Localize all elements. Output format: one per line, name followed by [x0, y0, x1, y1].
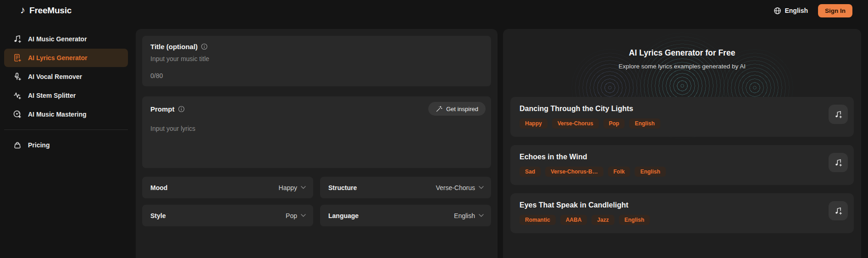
prompt-field-card: Prompt Get inspired — [142, 96, 491, 168]
sidebar-item-label: AI Music Generator — [28, 35, 87, 43]
style-select[interactable]: Style Pop — [142, 205, 313, 226]
chevron-down-icon — [301, 214, 306, 217]
lyrics-plus-icon — [13, 53, 22, 62]
sign-in-button[interactable]: Sign In — [818, 4, 852, 17]
sidebar-divider — [4, 129, 128, 130]
sidebar-item-ai-music-generator[interactable]: AI Music Generator — [4, 30, 128, 48]
lyrics-prompt-input[interactable] — [150, 125, 486, 162]
get-inspired-button[interactable]: Get inspired — [428, 102, 486, 116]
make-song-button[interactable] — [829, 201, 848, 220]
sidebar-item-label: Pricing — [28, 141, 50, 149]
sidebar-item-ai-music-mastering[interactable]: AI Music Mastering — [4, 105, 128, 123]
sidebar: AI Music Generator AI Lyrics Generator A… — [0, 21, 132, 258]
style-select-label: Style — [150, 212, 166, 219]
structure-tag: AABA — [560, 215, 587, 225]
structure-tag: Verse-Chorus-B… — [545, 167, 603, 177]
example-card[interactable]: Echoes in the Wind Sad Verse-Chorus-B… F… — [510, 145, 854, 185]
style-tag: Pop — [603, 118, 625, 129]
make-song-button[interactable] — [829, 105, 848, 124]
magic-wand-icon — [436, 106, 442, 112]
sidebar-item-ai-stem-splitter[interactable]: AI Stem Splitter — [4, 86, 128, 105]
sidebar-item-label: AI Stem Splitter — [28, 92, 76, 99]
language-selector[interactable]: English — [774, 7, 808, 15]
music-note-plus-icon — [834, 110, 843, 119]
title-char-counter: 0/80 — [150, 72, 483, 79]
language-select-label: Language — [328, 212, 359, 219]
example-card[interactable]: Dancing Through the City Lights Happy Ve… — [510, 97, 854, 137]
language-tag: English — [619, 215, 650, 225]
examples-title: AI Lyrics Generator for Free — [510, 48, 854, 58]
globe-icon — [774, 7, 781, 15]
mood-tag: Happy — [520, 118, 547, 129]
language-select-value: English — [454, 212, 475, 219]
language-tag: English — [635, 167, 665, 177]
style-tag: Jazz — [592, 215, 614, 225]
mood-select-label: Mood — [150, 184, 167, 191]
get-inspired-label: Get inspired — [446, 106, 478, 112]
examples-subtitle: Explore some lyrics examples generated b… — [510, 63, 854, 70]
style-tag: Folk — [608, 167, 630, 177]
music-note-icon: ♪ — [20, 5, 25, 15]
brand-logo[interactable]: ♪ FreeMusic — [20, 6, 72, 16]
example-song-title: Dancing Through the City Lights — [520, 105, 822, 113]
microphone-plus-icon — [13, 72, 22, 81]
music-note-plus-icon — [834, 207, 843, 215]
title-field-card: Title (optional) 0/80 — [142, 36, 491, 86]
wallet-icon — [13, 140, 22, 150]
disc-plus-icon — [13, 110, 22, 119]
example-song-title: Eyes That Speak in Candlelight — [520, 201, 822, 209]
mood-tag: Romantic — [520, 215, 556, 225]
chevron-down-icon — [301, 186, 306, 189]
chevron-down-icon — [479, 214, 484, 217]
structure-select-label: Structure — [328, 184, 357, 191]
lyrics-examples-panel: AI Lyrics Generator for Free Explore som… — [503, 29, 861, 258]
info-icon[interactable] — [178, 106, 185, 112]
structure-select[interactable]: Structure Verse-Chorus — [320, 177, 491, 198]
mood-select[interactable]: Mood Happy — [142, 177, 313, 198]
sidebar-item-ai-vocal-remover[interactable]: AI Vocal Remover — [4, 67, 128, 86]
title-input[interactable] — [150, 55, 483, 62]
waveform-plus-icon — [13, 91, 22, 100]
style-select-value: Pop — [286, 212, 297, 219]
sidebar-item-pricing[interactable]: Pricing — [4, 136, 128, 154]
sidebar-item-ai-lyrics-generator[interactable]: AI Lyrics Generator — [4, 49, 128, 67]
structure-select-value: Verse-Chorus — [436, 184, 475, 191]
language-label: English — [785, 7, 808, 14]
prompt-field-label: Prompt — [150, 105, 175, 113]
mood-tag: Sad — [520, 167, 541, 177]
chevron-down-icon — [479, 186, 484, 189]
info-icon[interactable] — [201, 43, 208, 50]
mood-select-value: Happy — [279, 184, 297, 191]
sidebar-item-label: AI Vocal Remover — [28, 73, 82, 80]
title-field-label: Title (optional) — [150, 43, 198, 50]
structure-tag: Verse-Chorus — [552, 118, 599, 129]
music-note-plus-icon — [13, 34, 22, 44]
music-note-plus-icon — [834, 158, 843, 167]
brand-name: FreeMusic — [29, 6, 72, 16]
top-header: ♪ FreeMusic English Sign In — [0, 0, 868, 21]
lyrics-form-panel: Title (optional) 0/80 Prompt — [136, 29, 498, 258]
language-select[interactable]: Language English — [320, 205, 491, 226]
sidebar-item-label: AI Lyrics Generator — [28, 54, 87, 62]
language-tag: English — [629, 118, 660, 129]
example-song-title: Echoes in the Wind — [520, 153, 822, 161]
make-song-button[interactable] — [829, 153, 848, 172]
sidebar-item-label: AI Music Mastering — [28, 111, 87, 118]
example-card[interactable]: Eyes That Speak in Candlelight Romantic … — [510, 193, 854, 233]
